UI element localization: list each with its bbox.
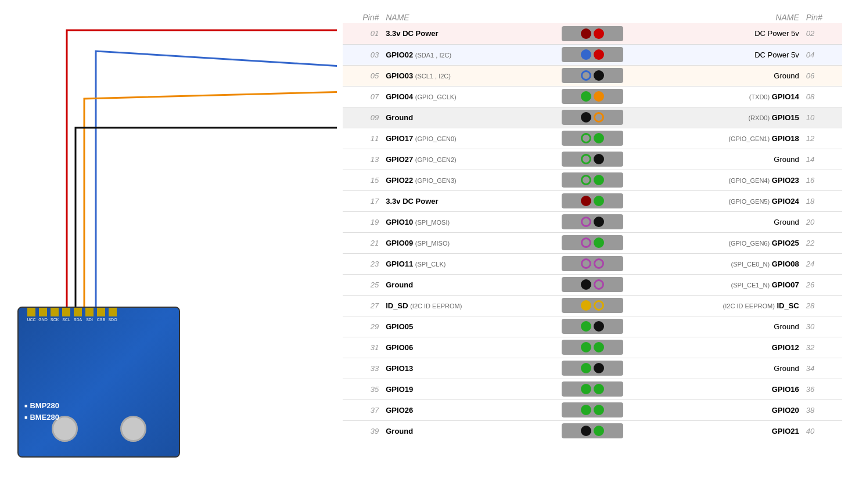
left-pin-name: GPIO13 [382, 358, 556, 379]
pin-row: 13GPIO27 (GPIO_GEN2)Ground14 [343, 149, 842, 170]
pin-dot-black [581, 279, 591, 290]
pin-dot-green [594, 196, 604, 206]
pin-dots-pair [557, 23, 628, 44]
pin-dot-green [581, 342, 591, 352]
left-pin-name: GPIO04 (GPIO_GCLK) [382, 86, 556, 107]
pin-dots-pair [557, 274, 628, 295]
pin-dot-green [581, 384, 591, 394]
pin-dot-dark-red [581, 196, 591, 206]
left-pin-num: 27 [343, 295, 382, 316]
right-pin-num: 08 [803, 86, 842, 107]
left-pin-num: 31 [343, 337, 382, 358]
pin-row: 11GPIO17 (GPIO_GEN0)(GPIO_GEN1) GPIO1812 [343, 128, 842, 149]
pin-dot-yellow [581, 300, 591, 311]
pin-dot-blue-outline [581, 70, 591, 81]
pin-dot-red [594, 49, 604, 60]
right-pin-num: 32 [803, 337, 842, 358]
pin-dots-pair [557, 232, 628, 253]
pin-row: 23GPIO11 (SPI_CLK)(SPI_CE0_N) GPIO0824 [343, 253, 842, 274]
pin-dot-purple-outline [594, 279, 604, 290]
left-pin-num: 23 [343, 253, 382, 274]
left-pin-num: 03 [343, 44, 382, 65]
right-pin-num: 10 [803, 107, 842, 128]
pin-dots-pair [557, 107, 628, 128]
pin-dots-pair [557, 211, 628, 232]
pin-dot-black [594, 363, 604, 373]
pin-dot-yellow-outline [594, 300, 604, 311]
pin-dot-green [581, 321, 591, 332]
pin-row: 013.3v DC PowerDC Power 5v02 [343, 23, 842, 44]
right-pin-num: 22 [803, 232, 842, 253]
right-pin-name: Ground [628, 65, 802, 86]
pin-dot-green [594, 405, 604, 415]
pin-dot-green [581, 405, 591, 415]
pin-dot-orange-outline [594, 112, 604, 123]
left-pin-name: Ground [382, 274, 556, 295]
pin-dot-purple-outline [581, 258, 591, 269]
right-pin-name: GPIO20 [628, 399, 802, 420]
left-pin-num: 15 [343, 170, 382, 190]
pin-row: 39GroundGPIO2140 [343, 420, 842, 441]
pin-row: 07GPIO04 (GPIO_GCLK)(TXD0) GPIO1408 [343, 86, 842, 107]
right-pin-name: DC Power 5v [628, 44, 802, 65]
right-pin-num: 38 [803, 399, 842, 420]
left-pin-num: 17 [343, 190, 382, 211]
pin-dot-green [594, 133, 604, 143]
pin-dots-pair [557, 337, 628, 358]
right-pin-num: 06 [803, 65, 842, 86]
pin-dot-purple-outline [581, 237, 591, 248]
left-pin-name: GPIO06 [382, 337, 556, 358]
pin-dots-pair [557, 170, 628, 190]
left-pin-name: 3.3v DC Power [382, 23, 556, 44]
pin-table: Pin# NAME NAME Pin# 013.3v DC PowerDC Po… [343, 12, 842, 441]
pin-dot-black [594, 321, 604, 332]
pin-dots-pair [557, 44, 628, 65]
pin-dots-pair [557, 65, 628, 86]
right-pin-num: 18 [803, 190, 842, 211]
left-pin-num: 29 [343, 316, 382, 337]
pin-row: 15GPIO22 (GPIO_GEN3)(GPIO_GEN4) GPIO2316 [343, 170, 842, 190]
right-pin-name: Ground [628, 211, 802, 232]
pin-dots-pair [557, 128, 628, 149]
left-pin-name: Ground [382, 420, 556, 441]
left-pin-num: 07 [343, 86, 382, 107]
right-pin-name: GPIO16 [628, 379, 802, 399]
right-pin-num: 16 [803, 170, 842, 190]
pin-dot-green [581, 363, 591, 373]
pin-row: 31GPIO06GPIO1232 [343, 337, 842, 358]
pin-dot-green [594, 237, 604, 248]
left-pin-num: 35 [343, 379, 382, 399]
pin-dot-black [594, 154, 604, 164]
pin-dots-pair [557, 379, 628, 399]
pin-dots-pair [557, 149, 628, 170]
header-left-pin: Pin# [343, 12, 382, 23]
pin-dot-green [594, 426, 604, 436]
left-pin-name: GPIO22 (GPIO_GEN3) [382, 170, 556, 190]
pin-dot-black [581, 426, 591, 436]
pin-dot-black [594, 70, 604, 81]
right-pin-name: (RXD0) GPIO15 [628, 107, 802, 128]
right-pin-num: 28 [803, 295, 842, 316]
left-pin-name: GPIO27 (GPIO_GEN2) [382, 149, 556, 170]
right-pin-num: 14 [803, 149, 842, 170]
right-pin-name: (GPIO_GEN6) GPIO25 [628, 232, 802, 253]
pin-dots-pair [557, 316, 628, 337]
left-pin-num: 13 [343, 149, 382, 170]
pin-dot-black [581, 112, 591, 123]
left-pin-name: GPIO19 [382, 379, 556, 399]
left-pin-name: GPIO10 (SPI_MOSI) [382, 211, 556, 232]
right-pin-name: (GPIO_GEN1) GPIO18 [628, 128, 802, 149]
pin-row: 25Ground(SPI_CE1_N) GPIO0726 [343, 274, 842, 295]
left-pin-name: GPIO02 (SDA1 , I2C) [382, 44, 556, 65]
left-pin-name: GPIO26 [382, 399, 556, 420]
right-pin-num: 30 [803, 316, 842, 337]
pin-table-area: Pin# NAME NAME Pin# 013.3v DC PowerDC Po… [337, 0, 848, 504]
left-pin-num: 37 [343, 399, 382, 420]
pin-row: 33GPIO13Ground34 [343, 358, 842, 379]
right-pin-num: 20 [803, 211, 842, 232]
left-pin-name: GPIO09 (SPI_MISO) [382, 232, 556, 253]
left-pin-name: GPIO17 (GPIO_GEN0) [382, 128, 556, 149]
right-pin-name: Ground [628, 316, 802, 337]
right-pin-num: 26 [803, 274, 842, 295]
pin-dots-pair [557, 86, 628, 107]
